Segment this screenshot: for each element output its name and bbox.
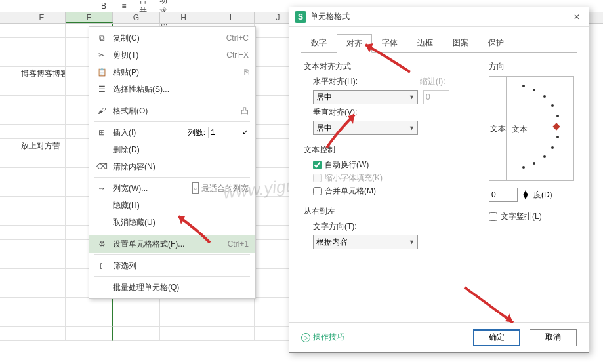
tab-font[interactable]: 字体 (372, 33, 407, 52)
v-align-label: 垂直对齐(V): (313, 107, 369, 118)
paste-special-icon: ☰ (96, 85, 108, 94)
app-logo-icon: S (295, 11, 306, 23)
ctx-insert[interactable]: ⊞插入(I) 列数:✓ (89, 124, 255, 141)
cell-text[interactable]: 博客博客博客博客 (18, 67, 66, 81)
dialog-title: 单元格格式 (310, 11, 570, 22)
tab-alignment[interactable]: 对齐 (337, 34, 372, 53)
degree-label: 度(D) (533, 190, 552, 201)
orientation-vertical-button[interactable]: 文本 (489, 77, 507, 180)
clear-icon: ⌫ (96, 162, 108, 171)
ctx-paste[interactable]: 📋粘贴(P)⎘ (89, 64, 255, 81)
v-align-combo[interactable]: 居中 (313, 121, 418, 135)
brush-icon: 凸 (241, 106, 249, 117)
check-icon[interactable]: ✓ (242, 128, 249, 137)
ctx-clear[interactable]: ⌫清除内容(N) (89, 158, 255, 175)
insert-icon: ⊞ (96, 128, 108, 137)
tab-border[interactable]: 边框 (407, 33, 443, 52)
autosum-button[interactable]: 自动求和 (159, 1, 170, 11)
dialog-titlebar: S 单元格格式 ✕ (289, 7, 589, 27)
width-icon: ↔ (96, 184, 108, 193)
ctx-cut[interactable]: ✂剪切(T)Ctrl+X (89, 47, 255, 64)
text-dir-label: 文字方向(T): (313, 221, 369, 232)
format-cells-dialog: S 单元格格式 ✕ 数字 对齐 字体 边框 图案 保护 文本对齐方式 水平对齐(… (289, 7, 589, 353)
merge-button[interactable]: 合并 (139, 1, 150, 11)
ctx-unhide[interactable]: 取消隐藏(U) (89, 214, 255, 231)
ctx-col-width[interactable]: ↔列宽(W)...▫最适合的列宽 (89, 180, 255, 197)
ctx-filter[interactable]: ⫿筛选列 (89, 257, 255, 274)
bold-icon[interactable]: B (98, 1, 109, 11)
context-menu: ⧉复制(C)Ctrl+C ✂剪切(T)Ctrl+X 📋粘贴(P)⎘ ☰选择性粘贴… (89, 26, 256, 299)
h-align-label: 水平对齐(H): (313, 76, 369, 87)
bestfit-icon[interactable]: ▫ (192, 182, 199, 194)
tab-number[interactable]: 数字 (301, 33, 337, 52)
ctx-batch[interactable]: 批量处理单元格(Q) (89, 279, 255, 296)
orientation-box: 文本 文本 (489, 76, 574, 181)
col-header-selected[interactable]: F (66, 12, 113, 23)
orientation-dial[interactable]: 文本 (507, 77, 573, 180)
col-header[interactable]: E (18, 12, 66, 23)
tips-link[interactable]: ▷操作技巧 (301, 332, 344, 343)
copy-icon: ⧉ (96, 33, 108, 43)
tab-pattern[interactable]: 图案 (443, 33, 478, 52)
cut-icon: ✂ (96, 51, 108, 60)
format-cells-icon: ⚙ (96, 239, 108, 249)
cancel-button[interactable]: 取消 (530, 329, 577, 346)
orientation-dial-text: 文本 (512, 124, 528, 135)
filter-icon: ⫿ (96, 261, 108, 270)
ctx-delete[interactable]: 删除(D) (89, 141, 255, 158)
ok-button[interactable]: 确定 (473, 329, 520, 346)
orientation-label: 方向 (489, 61, 574, 72)
ctx-copy[interactable]: ⧉复制(C)Ctrl+C (89, 30, 255, 47)
indent-label: 缩进(I): (420, 76, 446, 87)
col-header[interactable]: H (160, 12, 207, 23)
insert-cols-label: 列数: (188, 127, 205, 138)
clipboard-icon: ⎘ (244, 68, 249, 77)
ctx-format-painter[interactable]: 🖌格式刷(O)凸 (89, 102, 255, 119)
format-painter-icon: 🖌 (96, 106, 108, 115)
col-header[interactable]: G (113, 12, 160, 23)
h-align-combo[interactable]: 居中 (313, 90, 418, 104)
tab-protection[interactable]: 保护 (478, 33, 514, 52)
text-dir-combo[interactable]: 根据内容 (313, 235, 418, 249)
ctx-paste-special[interactable]: ☰选择性粘贴(S)... (89, 81, 255, 98)
close-icon[interactable]: ✕ (570, 12, 583, 22)
align-icon[interactable]: ≡ (119, 1, 129, 11)
indent-input (423, 90, 449, 104)
degree-spinner[interactable]: ▲▼ (522, 190, 530, 199)
insert-cols-input[interactable] (208, 127, 239, 138)
cell-text[interactable]: 放上对方苦 (18, 139, 66, 153)
ctx-format-cells[interactable]: ⚙设置单元格格式(F)...Ctrl+1 (89, 235, 255, 253)
ctx-hide[interactable]: 隐藏(H) (89, 197, 255, 214)
degree-input[interactable] (489, 188, 518, 202)
dialog-tabs: 数字 对齐 字体 边框 图案 保护 (289, 27, 589, 52)
col-header[interactable]: I (207, 12, 255, 23)
paste-icon: 📋 (96, 68, 108, 77)
tips-icon: ▷ (301, 333, 310, 342)
vertical-text-checkbox[interactable]: 文字竖排(L) (489, 211, 574, 222)
ctx-best-fit[interactable]: 最适合的列宽 (201, 184, 249, 193)
